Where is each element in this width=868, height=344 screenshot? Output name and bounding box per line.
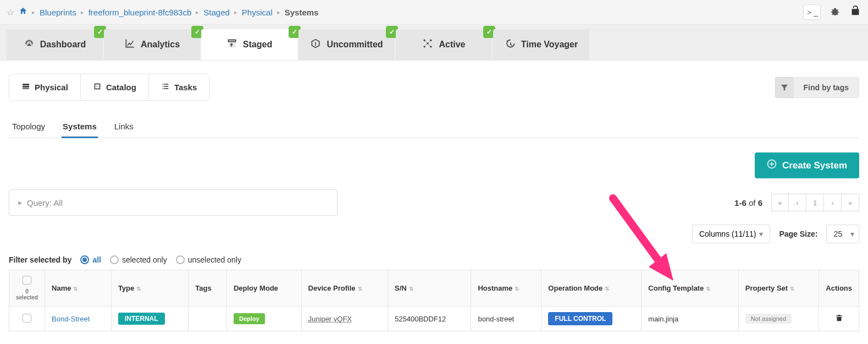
- cell-config-template[interactable]: main.jinja: [642, 307, 739, 331]
- chevron-right-icon: ▸: [18, 198, 23, 208]
- cell-hostname: bond-street: [471, 307, 541, 331]
- col-type[interactable]: Type⇅: [111, 270, 188, 307]
- lock-icon[interactable]: [849, 5, 861, 20]
- cell-name[interactable]: Bond-Street: [45, 307, 112, 331]
- col-tags[interactable]: Tags: [189, 270, 227, 307]
- systems-table: 0 selected Name⇅ Type⇅ Tags Deploy Mode …: [9, 270, 859, 331]
- bug-icon[interactable]: [826, 4, 844, 20]
- pager-next[interactable]: ›: [824, 194, 842, 211]
- pager: « ‹ 1 › »: [771, 194, 859, 211]
- home-icon[interactable]: [19, 7, 27, 18]
- query-input[interactable]: ▸ Query: All: [9, 189, 338, 216]
- pager-last[interactable]: »: [842, 194, 859, 211]
- subtab-label: Tasks: [174, 83, 197, 92]
- tertiary-systems[interactable]: Systems: [62, 116, 98, 138]
- active-icon: [422, 38, 433, 52]
- favorite-star-icon[interactable]: ☆: [7, 7, 14, 18]
- tab-analytics[interactable]: Analytics ✓: [104, 29, 200, 60]
- cell-device-profile[interactable]: Juniper vQFX: [301, 307, 388, 331]
- row-checkbox[interactable]: [23, 314, 31, 323]
- tab-label: Uncommitted: [327, 40, 383, 50]
- sort-icon: ⇅: [358, 286, 362, 292]
- tab-staged[interactable]: Staged ✓: [201, 29, 297, 60]
- tab-time-voyager[interactable]: Time Voyager: [493, 29, 589, 60]
- pager-page[interactable]: 1: [806, 194, 824, 211]
- action-row: Create System: [9, 152, 859, 178]
- col-device-profile[interactable]: Device Profile⇅: [301, 270, 388, 307]
- cell-tags: [189, 307, 227, 331]
- breadcrumb-staged[interactable]: Staged: [203, 8, 230, 17]
- tab-uncommitted[interactable]: Uncommitted ✓: [298, 29, 395, 60]
- tab-label: Dashboard: [40, 40, 86, 50]
- catalog-icon: [93, 82, 102, 92]
- subtab-physical[interactable]: Physical: [9, 74, 81, 100]
- page-size-select[interactable]: 25 ▾: [826, 225, 859, 243]
- caret-down-icon: ▾: [850, 230, 854, 238]
- columns-label: Columns (11/11): [699, 230, 756, 238]
- tertiary-topology[interactable]: Topology: [11, 116, 46, 138]
- filter-unselected-radio[interactable]: unselected only: [176, 255, 241, 264]
- breadcrumb-blueprint-name[interactable]: freeform_blueprint-8fc983cb: [89, 8, 192, 17]
- find-by-tags-button[interactable]: Find by tags: [793, 77, 859, 98]
- filter-selected-label: selected only: [122, 255, 167, 264]
- tab-dashboard[interactable]: Dashboard ✓: [7, 29, 103, 60]
- pager-first[interactable]: «: [771, 194, 789, 211]
- cell-property-set: Not assigned: [738, 307, 819, 331]
- filter-row: Filter selected by all selected only uns…: [9, 255, 859, 264]
- create-system-label: Create System: [782, 160, 847, 171]
- col-property-set[interactable]: Property Set⇅: [738, 270, 819, 307]
- tasks-icon: [161, 82, 170, 92]
- col-sn-label: S/N: [395, 284, 407, 292]
- table-row: Bond-Street INTERNAL Deploy Juniper vQFX…: [9, 307, 859, 331]
- col-hostname[interactable]: Hostname⇅: [471, 270, 541, 307]
- sort-icon: ⇅: [790, 286, 794, 292]
- breadcrumb-physical[interactable]: Physical: [242, 8, 273, 17]
- uncommitted-icon: [310, 38, 321, 52]
- table-header-row: 0 selected Name⇅ Type⇅ Tags Deploy Mode …: [9, 270, 859, 307]
- filter-all-radio[interactable]: all: [80, 255, 101, 264]
- caret-down-icon: ▾: [759, 230, 763, 238]
- col-name-label: Name: [52, 284, 71, 292]
- subtab-tasks[interactable]: Tasks: [149, 74, 209, 100]
- breadcrumb-blueprints[interactable]: Blueprints: [40, 8, 76, 17]
- analytics-icon: [124, 38, 135, 52]
- delete-icon[interactable]: [835, 314, 843, 324]
- col-actions-label: Actions: [826, 284, 852, 292]
- cell-deploy-mode: Deploy: [226, 307, 301, 331]
- col-operation-mode-label: Operation Mode: [548, 284, 602, 292]
- radio-icon: [80, 255, 89, 264]
- tab-active[interactable]: Active ✓: [396, 29, 492, 60]
- subtabs: Physical Catalog Tasks: [9, 74, 209, 101]
- console-icon[interactable]: ＞_: [803, 4, 821, 20]
- deploy-badge: Deploy: [234, 313, 265, 324]
- col-config-template[interactable]: Config Template⇅: [642, 270, 739, 307]
- col-name[interactable]: Name⇅: [45, 270, 112, 307]
- page-size-value: 25: [833, 230, 842, 238]
- tab-label: Active: [439, 40, 465, 50]
- columns-button[interactable]: Columns (11/11) ▾: [692, 225, 771, 243]
- subtabs-row: Physical Catalog Tasks Find by tags: [9, 74, 859, 101]
- filter-selected-radio[interactable]: selected only: [110, 255, 167, 264]
- breadcrumb-sep: ▸: [196, 9, 199, 16]
- col-operation-mode[interactable]: Operation Mode⇅: [541, 270, 642, 307]
- select-all-checkbox[interactable]: [23, 276, 31, 285]
- radio-icon: [110, 255, 119, 264]
- col-sn[interactable]: S/N⇅: [388, 270, 471, 307]
- subtab-label: Catalog: [106, 83, 136, 92]
- pager-prev[interactable]: ‹: [789, 194, 806, 211]
- subtab-catalog[interactable]: Catalog: [81, 74, 149, 100]
- find-by-tags-label: Find by tags: [804, 83, 849, 92]
- col-property-set-label: Property Set: [745, 284, 788, 292]
- pagination-range: 1-6: [734, 198, 747, 208]
- tertiary-links[interactable]: Links: [113, 116, 135, 138]
- col-deploy-mode[interactable]: Deploy Mode: [226, 270, 301, 307]
- sort-icon: ⇅: [73, 286, 78, 292]
- staged-icon: [226, 38, 237, 52]
- filter-icon[interactable]: [775, 77, 794, 98]
- breadcrumb-sep: ▸: [277, 9, 280, 16]
- create-system-button[interactable]: Create System: [755, 152, 859, 178]
- tab-label: Time Voyager: [521, 40, 578, 50]
- columns-row: Columns (11/11) ▾ Page Size: 25 ▾: [9, 225, 859, 243]
- sort-icon: ⇅: [136, 286, 141, 292]
- dashboard-icon: [24, 38, 35, 52]
